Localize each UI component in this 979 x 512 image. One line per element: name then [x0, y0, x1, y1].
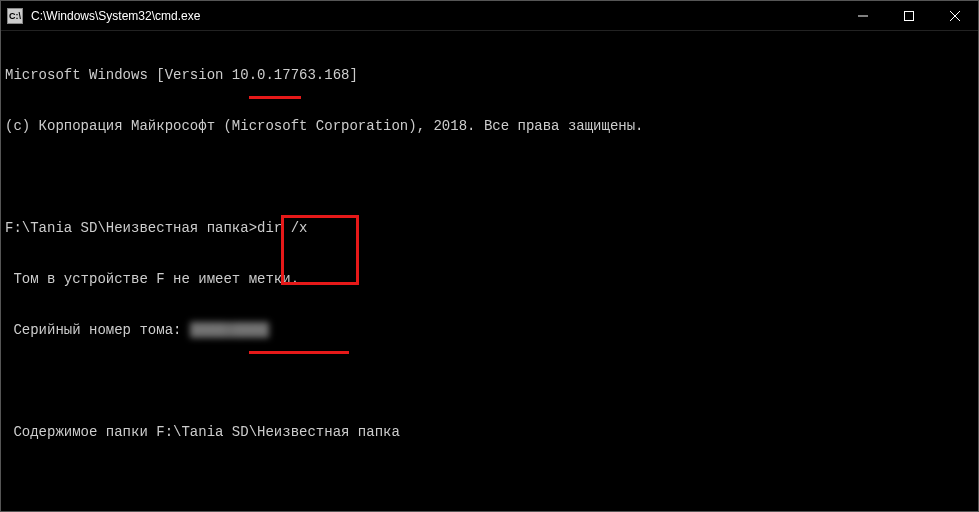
close-icon: [950, 11, 960, 21]
serial-value: XXXX-XXXX: [190, 322, 270, 338]
highlight-dir-x: [249, 82, 301, 99]
prompt-path: F:\Tania SD\Неизвестная папка>: [5, 220, 257, 236]
volume-line: Том в устройстве F не имеет метки.: [5, 271, 974, 288]
cmd-window: C:\ C:\Windows\System32\cmd.exe Microsof…: [0, 0, 979, 512]
console-output[interactable]: Microsoft Windows [Version 10.0.17763.16…: [1, 31, 978, 511]
titlebar[interactable]: C:\ C:\Windows\System32\cmd.exe: [1, 1, 978, 31]
serial-line: Серийный номер тома: XXXX-XXXX: [5, 322, 974, 339]
version-line: Microsoft Windows [Version 10.0.17763.16…: [5, 67, 974, 84]
minimize-icon: [858, 11, 868, 21]
prompt-line-1: F:\Tania SD\Неизвестная папка>dir /x: [5, 220, 974, 237]
window-title: C:\Windows\System32\cmd.exe: [29, 9, 840, 23]
maximize-icon: [904, 11, 914, 21]
copyright-line: (с) Корпорация Майкрософт (Microsoft Cor…: [5, 118, 974, 135]
content-header: Содержимое папки F:\Tania SD\Неизвестная…: [5, 424, 974, 441]
serial-prefix: Серийный номер тома:: [5, 322, 190, 338]
minimize-button[interactable]: [840, 1, 886, 30]
maximize-button[interactable]: [886, 1, 932, 30]
close-button[interactable]: [932, 1, 978, 30]
blank-line: [5, 373, 974, 390]
window-controls: [840, 1, 978, 30]
highlight-del-cmd: [249, 337, 349, 354]
blank-line: [5, 475, 974, 492]
cmd-icon: C:\: [7, 8, 23, 24]
blank-line: [5, 169, 974, 186]
prompt-command: dir /x: [257, 220, 307, 236]
svg-rect-1: [905, 11, 914, 20]
